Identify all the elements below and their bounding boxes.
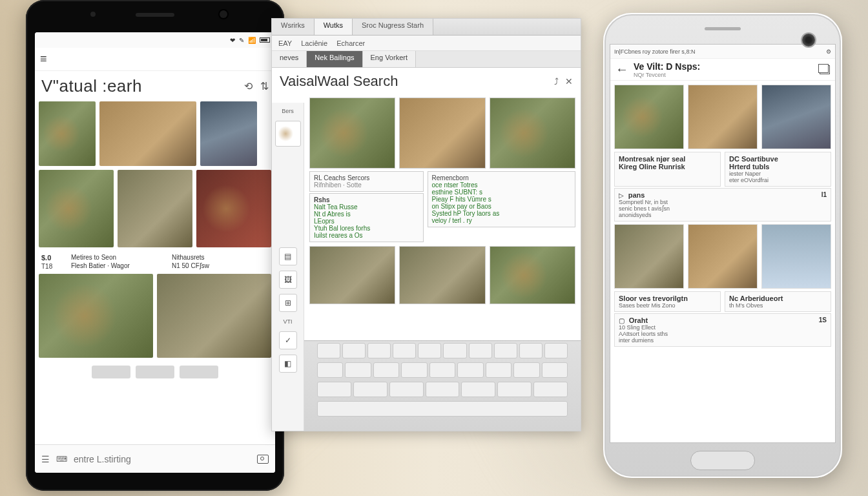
result-thumb[interactable] [39,101,96,166]
menu-item[interactable]: Echarcer [336,39,365,47]
result-title: Nithausrets [172,254,269,261]
left-phone-screen: ❤ ✎ 📶 ≡ V"atual :earh ⟲ ⇅ [35,32,275,473]
settings-icon[interactable]: ⚙ [826,48,831,55]
camera-icon[interactable] [257,455,269,464]
result-card[interactable]: I1 ▷ pans Sompnetl Nr, in bst senic bnes… [614,188,831,222]
chip[interactable] [136,366,174,378]
result-thumb[interactable] [399,98,485,169]
result-thumb[interactable] [39,170,114,247]
search-input[interactable] [74,454,251,464]
tool-button[interactable]: ⊞ [279,294,297,312]
result-thumb[interactable] [688,224,758,289]
back-icon[interactable]: ← [615,62,628,77]
refresh-icon[interactable]: ⟲ [244,80,253,92]
status-bar: In|FCbnes roy zotore firer s,8:N ⚙ [610,45,835,59]
chip[interactable] [92,366,130,378]
card-meta: eter eOVordfrai [729,177,827,183]
result-info: Rshs Nalt Tea Russe Nt d Abres is LEoprs… [309,193,424,242]
crumb[interactable]: Eng Vorkert [363,51,416,67]
tool-button[interactable]: ▤ [279,247,297,265]
info-line: Rifnhiben · Sotte [314,181,419,189]
result-thumb[interactable] [688,85,758,149]
info-line: on Stipx pay or Baos [432,203,571,210]
side-thumb[interactable] [275,121,301,147]
browser-tabs: Wsrirks Wutks Sroc Nugress Starh [272,19,581,36]
result-thumb[interactable] [761,224,831,289]
result-thumb[interactable] [309,246,395,304]
result-card[interactable]: DC Soartibuve Hrterd tubls iester Naper … [725,152,831,187]
result-card[interactable]: Sloor ves trevorilgtn Sases beetr Mis Zo… [614,291,721,312]
result-thumb[interactable] [157,274,271,358]
window-icon[interactable] [820,65,830,74]
result-thumb[interactable] [614,85,684,149]
tool-checkbox[interactable]: ✓ [279,331,297,349]
result-subtitle: N1 50 CFʃsw [172,262,269,269]
chip[interactable] [180,366,218,378]
info-line: Nt d Abres is [314,211,419,218]
card-line: anonidsyeds [619,212,827,218]
sub-label: T18 [41,263,67,270]
result-thumb[interactable] [399,246,485,304]
top-nav: ≡ [35,48,275,71]
side-toolbar: Bers ▤ 🖼 ⊞ VTI ✓ ◧ [272,103,304,431]
battery-icon [260,37,270,43]
card-title: Nc Arberidueort [729,294,827,302]
share-icon[interactable]: ⤴ [554,76,559,87]
virtual-keyboard[interactable] [304,340,581,431]
result-thumb[interactable] [490,246,575,304]
tool-button[interactable]: 🖼 [279,271,297,289]
result-card[interactable]: Montresak njør seal Kireg Oline Runrisk [614,152,721,187]
crumb[interactable]: Nek Bailings [307,51,362,67]
edit-icon: ✎ [239,37,244,44]
card-title: DC Soartibuve [729,155,827,163]
side-label: Bers [280,107,295,116]
result-thumb[interactable] [118,170,192,247]
info-line: LEoprs [314,218,419,225]
left-phone-device: ❤ ✎ 📶 ≡ V"atual :earh ⟲ ⇅ [26,0,284,491]
browser-tab[interactable]: Sroc Nugress Starh [353,19,433,35]
home-button[interactable] [690,451,755,470]
card-line: inter dumiens [619,337,827,344]
badge: I1 [822,191,827,198]
nav-bar: ← Ve Vilt: D Nsps: NQr Tevcent [610,59,835,81]
result-thumb[interactable] [614,224,684,289]
result-thumb[interactable] [490,98,575,169]
menu-item[interactable]: Laciênie [301,39,327,47]
card-line: senic bnes t avisʃsn [619,205,827,212]
browser-tab[interactable]: Wsrirks [272,19,315,35]
close-icon[interactable]: ✕ [565,76,573,87]
info-heading: Rshs [314,196,419,203]
list-icon[interactable]: ☰ [41,454,50,464]
result-thumb[interactable] [99,101,196,166]
result-thumb[interactable] [39,274,153,358]
info-line: Systed hP Tory laors as [432,210,571,217]
keyboard-icon[interactable]: ⌨ [56,455,67,464]
info-line: RL Ceachs Sercors [314,174,419,181]
side-label: VTI [282,317,293,326]
crumb[interactable]: neves [272,51,307,67]
page-title: Ve Vilt: D Nsps: [634,61,700,72]
tool-button[interactable]: ◧ [279,355,297,373]
page-title: V"atual :earh [41,76,142,96]
menu-icon[interactable]: ≡ [40,52,47,66]
menu-item[interactable]: EAY [278,39,292,47]
result-thumb[interactable] [200,101,257,166]
result-thumb[interactable] [309,98,395,169]
info-line: veloy / terl . ry [432,217,571,224]
heart-icon: ❤ [230,37,235,44]
result-title: Metires to Seon [71,254,168,261]
result-card[interactable]: Nc Arberidueort th M's Obves [725,291,831,312]
info-line: esthine SUBNT: s [432,189,571,196]
browser-tab[interactable]: Wutks [315,19,353,35]
filter-icon[interactable]: ⇅ [260,80,269,92]
card-title: Hrterd tubls [729,163,827,170]
card-meta: th M's Obves [729,302,827,309]
card-title: Sloor ves trevorilgtn [619,294,716,302]
result-thumb[interactable] [196,170,271,247]
card-line: Sompnetl Nr, in bst [619,199,827,205]
info-line: Remencborn [432,174,571,181]
card-title: Oraht [629,316,648,324]
result-thumb[interactable] [761,85,831,149]
result-card[interactable]: 1S ▢ Oraht 10 Sling Ellect AAttsort İeor… [614,313,831,347]
results-area: RL Ceachs Sercors Rifnhiben · Sotte Rshs… [304,95,581,340]
